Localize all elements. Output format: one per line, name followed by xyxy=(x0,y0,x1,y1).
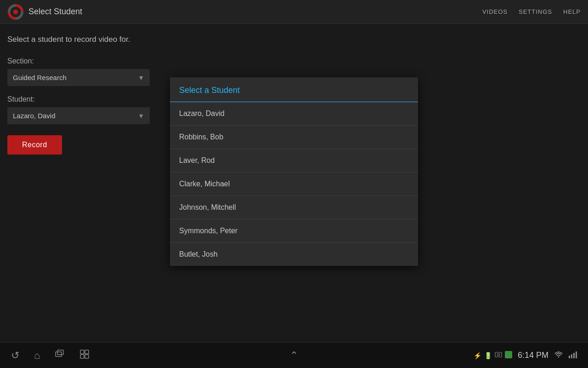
student-list-item[interactable]: Robbins, Bob xyxy=(170,126,418,149)
svg-rect-14 xyxy=(576,351,577,358)
status-icons: ⚡ 🔋 xyxy=(474,351,512,360)
student-dropdown-trigger[interactable]: Lazaro, David ▼ xyxy=(7,107,150,124)
app-notif-icon xyxy=(505,351,512,360)
svg-rect-4 xyxy=(80,350,84,354)
svg-rect-13 xyxy=(573,353,575,358)
topbar: Select Student VIDEOS SETTINGS HELP xyxy=(0,0,588,24)
svg-rect-3 xyxy=(57,350,63,355)
page-subtitle: Select a student to record video for. xyxy=(7,35,581,44)
home-icon[interactable]: ⌂ xyxy=(34,350,40,362)
svg-rect-2 xyxy=(56,352,62,356)
status-time: 6:14 PM xyxy=(518,351,548,360)
section-label: Section: xyxy=(7,57,581,65)
bottom-nav-left: ↺ ⌂ xyxy=(11,349,90,362)
topbar-right: VIDEOS SETTINGS HELP xyxy=(482,8,581,15)
student-list: Lazaro, DavidRobbins, BobLaver, RodClark… xyxy=(170,102,418,266)
app-icon xyxy=(7,4,24,20)
svg-rect-11 xyxy=(569,356,570,358)
svg-rect-12 xyxy=(571,354,572,358)
section-value: Guided Research xyxy=(13,74,67,81)
svg-rect-8 xyxy=(495,352,502,357)
svg-rect-10 xyxy=(505,351,512,358)
signal-icon xyxy=(569,351,577,360)
student-list-item[interactable]: Laver, Rod xyxy=(170,149,418,172)
topbar-left: Select Student xyxy=(7,4,82,20)
wifi-icon xyxy=(554,351,563,360)
app-title: Select Student xyxy=(28,7,82,17)
settings-nav[interactable]: SETTINGS xyxy=(519,8,552,15)
student-list-item[interactable]: Clarke, Michael xyxy=(170,172,418,196)
record-button[interactable]: Record xyxy=(7,135,62,155)
svg-point-1 xyxy=(13,10,18,14)
student-list-item[interactable]: Symmonds, Peter xyxy=(170,219,418,243)
back-icon[interactable]: ↺ xyxy=(11,350,19,362)
bottom-nav-center: ⌃ xyxy=(290,350,298,362)
student-list-item[interactable]: Butlet, Josh xyxy=(170,243,418,266)
student-value: Lazaro, David xyxy=(13,112,56,120)
section-dropdown-arrow: ▼ xyxy=(138,74,144,81)
student-selection-popup: Select a Student Lazaro, DavidRobbins, B… xyxy=(170,77,418,266)
recent-apps-icon[interactable] xyxy=(55,349,65,362)
svg-rect-7 xyxy=(85,355,89,358)
help-nav[interactable]: HELP xyxy=(563,8,581,15)
videos-nav[interactable]: VIDEOS xyxy=(482,8,508,15)
section-dropdown[interactable]: Guided Research ▼ xyxy=(7,69,150,86)
student-dropdown-header: Select a Student xyxy=(170,77,418,102)
battery-icon: 🔋 xyxy=(484,352,492,359)
bottombar: ↺ ⌂ ⌃ ⚡ 🔋 xyxy=(0,342,588,368)
screenshot-icon xyxy=(495,351,502,360)
chevron-up-icon[interactable]: ⌃ xyxy=(290,350,298,361)
student-dropdown-arrow: ▼ xyxy=(138,112,144,120)
bottom-nav-right: ⚡ 🔋 6:14 PM xyxy=(474,351,577,360)
grid-icon[interactable] xyxy=(79,349,90,362)
student-list-item[interactable]: Johnson, Mitchell xyxy=(170,196,418,219)
svg-rect-6 xyxy=(80,355,84,358)
student-list-item[interactable]: Lazaro, David xyxy=(170,102,418,126)
usb-icon: ⚡ xyxy=(474,352,481,359)
svg-point-9 xyxy=(497,354,499,356)
svg-rect-5 xyxy=(85,350,89,354)
